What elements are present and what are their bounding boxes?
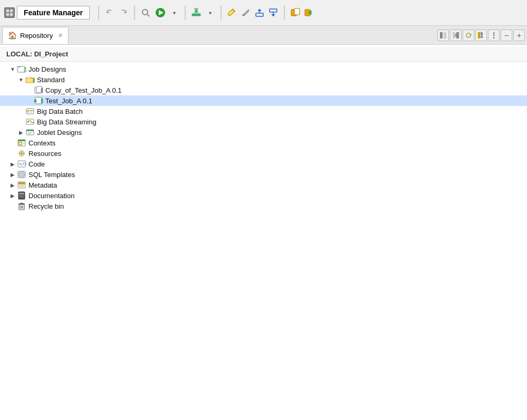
svg-marker-18: [271, 14, 275, 16]
toolbar-sep-2: [134, 5, 135, 20]
extra2-button[interactable]: [303, 6, 315, 19]
toolbar-sep-3: [185, 5, 186, 20]
toggle-metadata[interactable]: [8, 181, 17, 189]
tree-item-joblet-designs[interactable]: Joblet Designs: [0, 127, 527, 138]
job-designs-icon: [17, 65, 26, 73]
repository-area: LOCAL: DI_Project Job Designs: [0, 45, 527, 420]
job-designs-label: Job Designs: [28, 65, 66, 73]
tree-item-code[interactable]: </> Code: [0, 159, 527, 169]
copy-job-icon: [34, 86, 43, 94]
toolbar-group-deploy: ▾: [190, 6, 216, 19]
more-btn[interactable]: ⋮: [488, 30, 500, 41]
resources-label: Resources: [28, 150, 61, 158]
tree-item-contexts[interactable]: Contexts: [0, 138, 527, 148]
tab-bar: 🏠 Repository ✕ ⋮ − +: [0, 26, 527, 45]
svg-rect-35: [26, 76, 31, 78]
tree-item-metadata[interactable]: Metadata: [0, 180, 527, 190]
export-button[interactable]: [253, 6, 266, 19]
deploy-dropdown-button[interactable]: ▾: [204, 6, 216, 19]
tab-close-button[interactable]: ✕: [58, 32, 63, 39]
toolbar-group-nav: [103, 6, 130, 19]
collapse-panel-btn[interactable]: −: [501, 30, 512, 41]
import-button[interactable]: [267, 6, 280, 19]
tree-item-big-data-batch[interactable]: Big Data Batch: [0, 106, 527, 116]
svg-rect-24: [453, 32, 455, 38]
svg-line-5: [147, 14, 149, 16]
repo-header: LOCAL: DI_Project: [0, 47, 527, 62]
contexts-icon: [17, 139, 26, 147]
edit-button[interactable]: [226, 6, 238, 19]
repository-tab[interactable]: 🏠 Repository ✕: [2, 27, 69, 44]
svg-rect-46: [30, 112, 32, 113]
test-job-active-icon: [34, 96, 43, 105]
tree-view-btn[interactable]: [475, 30, 487, 41]
svg-rect-54: [18, 140, 25, 141]
joblet-designs-label: Joblet Designs: [37, 129, 82, 136]
toolbar-group-edit: [226, 6, 280, 19]
tree-item-copy-test-job[interactable]: Copy_of_Test_Job_A 0.1: [0, 85, 527, 95]
test-job-a-label: Test_Job_A 0.1: [45, 97, 92, 105]
documentation-label: Documentation: [28, 192, 74, 200]
big-data-batch-label: Big Data Batch: [37, 108, 83, 115]
toolbar-group-run: ▾: [154, 6, 180, 19]
undo-button[interactable]: [103, 6, 116, 19]
tree-item-recycle-bin[interactable]: Recycle bin: [0, 201, 527, 211]
toggle-joblet-designs[interactable]: [17, 128, 25, 136]
layout-left-btn[interactable]: [437, 30, 449, 41]
svg-rect-30: [481, 36, 483, 38]
title-bar: Feature Manager ▾ ▾: [0, 0, 527, 26]
svg-rect-28: [478, 32, 480, 38]
toggle-sql[interactable]: [8, 170, 17, 179]
tree-item-standard[interactable]: Standard: [0, 74, 527, 85]
svg-rect-76: [20, 203, 23, 204]
code-label: Code: [28, 160, 45, 168]
svg-point-4: [142, 9, 148, 15]
tree-item-test-job-a[interactable]: Test_Job_A 0.1: [0, 95, 527, 106]
svg-rect-8: [192, 14, 200, 16]
toggle-standard[interactable]: [17, 75, 25, 84]
svg-rect-0: [6, 9, 9, 12]
tree-item-sql-templates[interactable]: SQL Templates: [0, 169, 527, 180]
search-button[interactable]: [139, 6, 152, 19]
layout-right-btn[interactable]: [450, 30, 462, 41]
sync-btn[interactable]: [463, 30, 474, 41]
svg-rect-73: [19, 197, 24, 197]
run-dropdown-button[interactable]: ▾: [168, 6, 180, 19]
svg-rect-36: [33, 79, 34, 82]
toggle-documentation[interactable]: [8, 191, 17, 200]
toolbar-group-extra: [289, 6, 315, 19]
svg-rect-22: [440, 32, 443, 38]
wrench-button[interactable]: [239, 6, 252, 19]
toolbar-sep-4: [221, 5, 222, 20]
app-title: Feature Manager: [17, 6, 90, 19]
toggle-job-designs[interactable]: [8, 65, 17, 73]
toggle-code[interactable]: [8, 160, 17, 168]
redo-button[interactable]: [117, 6, 130, 19]
tree-item-documentation[interactable]: Documentation: [0, 190, 527, 201]
expand-panel-btn[interactable]: +: [513, 30, 525, 41]
right-toolbar: ⋮ − +: [437, 30, 525, 41]
contexts-label: Contexts: [28, 139, 55, 147]
sql-templates-label: SQL Templates: [28, 171, 75, 179]
tree-view: Job Designs Standard: [0, 62, 527, 213]
svg-rect-39: [41, 88, 43, 93]
tree-item-job-designs[interactable]: Job Designs: [0, 64, 527, 74]
svg-point-64: [19, 175, 24, 177]
svg-rect-1: [10, 9, 13, 12]
repository-tab-label: Repository: [20, 32, 53, 40]
svg-rect-3: [10, 13, 13, 16]
main-content: 🏠 Repository ✕ ⋮ − + LOCAL: DI_Project: [0, 26, 527, 420]
svg-rect-32: [17, 66, 21, 67]
big-data-batch-icon: [25, 107, 35, 115]
extra1-button[interactable]: [289, 6, 302, 19]
big-data-streaming-label: Big Data Streaming: [37, 118, 97, 126]
deploy-button[interactable]: [190, 6, 203, 19]
resources-icon: [17, 149, 26, 158]
big-data-streaming-icon: [25, 118, 35, 126]
run-button[interactable]: [154, 6, 167, 19]
tree-item-big-data-streaming[interactable]: Big Data Streaming: [0, 116, 527, 127]
tree-item-resources[interactable]: Resources: [0, 148, 527, 159]
code-icon: </>: [17, 160, 26, 168]
documentation-icon: [17, 191, 26, 200]
standard-label: Standard: [37, 76, 65, 84]
